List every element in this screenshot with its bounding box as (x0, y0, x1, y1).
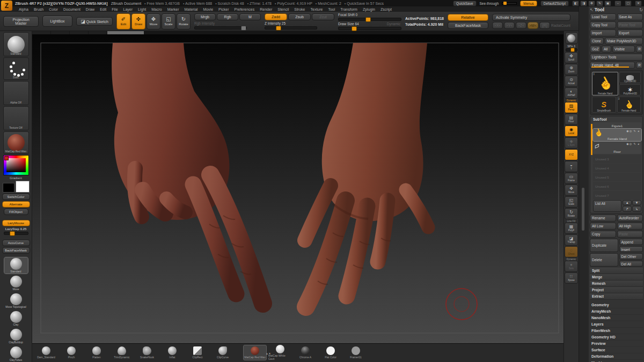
subtool-visibility-icons[interactable]: ◉◎ ✎ ◕ (626, 142, 640, 145)
mode-button[interactable]: ✥ Move (147, 13, 160, 29)
right-strip-button[interactable]: ▭ Frame (565, 173, 578, 184)
quicksave-button[interactable]: QuickSave (453, 1, 476, 6)
menu-item[interactable]: Render (257, 8, 275, 11)
menu-item[interactable]: Tool (325, 8, 338, 11)
subtool-move-arrow[interactable]: ▲ (623, 200, 632, 205)
active-tool-slider[interactable]: Female Hand. 48 (590, 62, 635, 69)
right-strip-button[interactable]: ↻ Rotate (565, 208, 578, 219)
menu-item[interactable]: Material (181, 8, 200, 11)
female-hand-thumb[interactable]: 3 ☝ Female Hand (617, 97, 641, 113)
active-tool-r-button[interactable]: R (636, 62, 643, 69)
subtool-section-bar[interactable]: Project (590, 287, 643, 293)
current-texture-thumb[interactable]: Texture Off (3, 106, 29, 130)
brush-preset[interactable]: ClayBuildup (4, 328, 28, 344)
menu-item[interactable]: Layer (121, 8, 136, 11)
dynamic-label[interactable]: Dynamic (387, 22, 400, 26)
subtool-row[interactable]: ☝ ◉◎ ✎ ◕ Female Hand (593, 129, 641, 141)
menu-item[interactable]: Zplugin (360, 8, 378, 11)
menu-item[interactable]: Light (135, 8, 149, 11)
brush-preset[interactable]: Move (4, 275, 28, 291)
close-icon[interactable]: ✕ (635, 1, 642, 6)
palette-section[interactable]: Masking (590, 360, 643, 362)
lazymouse-button[interactable]: LazyMouse (2, 220, 30, 226)
current-tool-thumb[interactable]: 3 ☝ Female Hand (592, 72, 618, 95)
current-material-thumb[interactable]: MatCap Red Wax (3, 131, 29, 154)
right-strip-button[interactable]: ∷ Xpose (565, 272, 578, 284)
right-strip-button[interactable]: ⊙ Actual (565, 76, 578, 87)
subtool-row[interactable]: Unused 7 (593, 191, 641, 200)
bottom-brush-item[interactable]: TrimDynamic (110, 345, 134, 360)
palette-refresh-icon[interactable]: ↻ (639, 8, 643, 12)
palette-section[interactable]: FiberMesh (590, 328, 643, 334)
bottom-material-item[interactable]: Framer01 (344, 345, 368, 360)
sculpt-mode-button[interactable]: Zadd (265, 13, 287, 20)
z-intensity-slider[interactable] (265, 26, 317, 29)
symmetry-axis-button[interactable]: (R) (539, 22, 550, 29)
sculpt-mode-button[interactable]: Zcut (312, 13, 334, 20)
symmetry-axis-button[interactable]: >X< (492, 22, 503, 29)
brush-preset[interactable]: ClayTubes (4, 346, 28, 362)
menu-item[interactable]: Preferences (232, 8, 258, 11)
subtool-section-bar[interactable]: Remesh (590, 280, 643, 287)
all-high-button[interactable]: All High (617, 223, 643, 230)
switchcolor-button[interactable]: SwitchColor (2, 194, 30, 200)
bottom-brush-item[interactable]: Pinch (60, 345, 83, 360)
right-strip-button[interactable]: ● Solo (565, 261, 578, 272)
subtool-row[interactable]: ▱ ◉◎ ✎ ◕ Floor (593, 142, 641, 154)
right-strip-button[interactable]: ✥ Move (565, 184, 578, 196)
subtool-move-arrow[interactable]: ↱ (623, 206, 632, 212)
menu-item[interactable]: Alpha (16, 8, 31, 11)
menu-item[interactable]: Zscript (378, 8, 394, 11)
mode-button[interactable]: ◱ Scale (162, 13, 175, 29)
lazystep-slider[interactable] (4, 232, 28, 234)
draw-size-slider[interactable] (338, 27, 401, 30)
saturation-value-square[interactable] (6, 158, 26, 172)
menu-item[interactable]: Brush (31, 8, 46, 11)
tray-scrollbar[interactable] (582, 188, 584, 231)
lightbox-button[interactable]: LightBox (42, 16, 72, 27)
menu-item[interactable]: Picker (216, 8, 231, 11)
subtool-row[interactable]: Unused 4 (593, 164, 641, 172)
mode-button[interactable]: ↻ Rotate (177, 13, 191, 29)
menu-item[interactable]: Stencil (275, 8, 291, 11)
subtool-section-bar[interactable]: Split (590, 268, 643, 274)
titlebar-icon[interactable]: ✥ (588, 1, 595, 6)
paint-mode-button[interactable]: M (239, 13, 261, 20)
current-stroke-thumb[interactable]: Dots (3, 57, 29, 80)
right-strip-button[interactable]: ◒ Y (565, 161, 578, 172)
see-through-slider[interactable] (502, 2, 517, 5)
menu-item[interactable]: Macro (149, 8, 164, 11)
goz-button[interactable]: GoZ (590, 46, 601, 53)
make-polymesh3d-button[interactable]: Make PolyMesh3D (605, 38, 643, 45)
right-strip-button[interactable]: XYZ (565, 149, 578, 160)
save-as-button[interactable]: Save As (617, 13, 643, 20)
goz-all-button[interactable]: All (602, 46, 611, 53)
list-all-button[interactable]: List All (593, 200, 621, 212)
bottom-brush-item[interactable]: ClipCurve (211, 345, 235, 360)
brush-preset[interactable]: Clay (4, 311, 28, 327)
subtool-row[interactable]: Unused 5 (593, 173, 641, 181)
menus-toggle[interactable]: Menus (520, 1, 537, 6)
lightbox-tools-button[interactable]: Lightbox> Tools (590, 54, 643, 61)
spix-control[interactable]: SPix 3 (566, 45, 577, 51)
menu-item[interactable]: Movie (200, 8, 216, 11)
menu-item[interactable]: Draw (83, 8, 97, 11)
right-strip-button[interactable]: ◱ Scale (565, 196, 578, 208)
restore-icon[interactable]: ▢ (625, 1, 632, 6)
polymesh3d-thumb[interactable]: ✶ PolyMesh3D (619, 84, 641, 95)
palette-section[interactable]: Geometry HD (590, 334, 643, 341)
rgb-intensity-slider[interactable] (194, 26, 247, 29)
focal-shift-slider[interactable] (338, 18, 401, 21)
subtool-move-arrow[interactable]: ▼ (632, 200, 641, 205)
fillobject-button[interactable]: FillObject (4, 209, 28, 215)
titlebar-icon[interactable]: ✎ (596, 1, 603, 6)
subtool-section-bar[interactable]: Merge (590, 274, 643, 280)
menu-item[interactable]: Edit (97, 8, 109, 11)
copy-subtool-button[interactable]: Copy (590, 231, 616, 238)
quick-sketch-button[interactable]: ◪ Quick Sketch (76, 17, 113, 26)
bottom-brush-item[interactable]: Flatten (85, 345, 108, 360)
bottom-brush-item[interactable]: ClipRect (186, 345, 209, 360)
subtool-section-bar[interactable]: Extract (590, 293, 643, 300)
brush-preset[interactable]: Standard (4, 257, 28, 274)
symmetry-axis-button[interactable]: >Y< (504, 22, 515, 29)
